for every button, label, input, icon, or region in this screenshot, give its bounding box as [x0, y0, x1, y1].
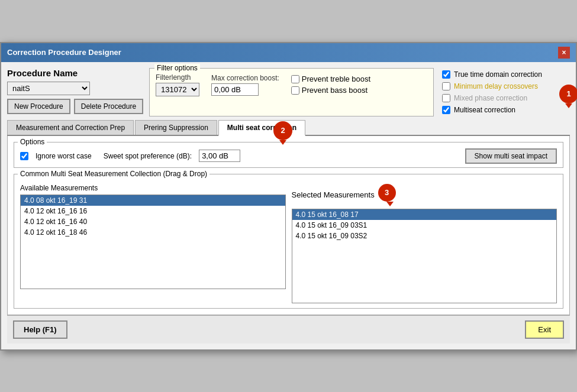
list-item[interactable]: 4.0 12 okt 16_18 46 [21, 227, 285, 238]
available-panel: Available Measurements 4.0 08 okt 16_19 … [20, 184, 286, 303]
minimum-delay-label: Minimum delay crossovers [454, 82, 538, 90]
procedure-buttons: New Procedure Delete Procedure [7, 99, 143, 114]
prevent-treble-checkbox[interactable] [291, 75, 299, 83]
ignore-worst-case-label: Ignore worst case [36, 152, 92, 160]
multiseat-label: Multiseat correction [454, 106, 515, 114]
options-row: Ignore worst case Sweet spot preference … [20, 148, 557, 164]
filter-row1: Filterlength 131072 Max correction boost… [156, 73, 427, 96]
true-time-domain-checkbox[interactable] [442, 70, 450, 79]
close-button[interactable]: × [558, 47, 570, 59]
tabs-container: Measurement and Correction Prep Prering … [7, 120, 570, 136]
title-bar: Correction Procedure Designer × [1, 43, 576, 62]
dialog-body: Procedure Name naitS New Procedure Delet… [1, 62, 576, 349]
help-button[interactable]: Help (F1) [13, 320, 67, 339]
annotation-3-tail [386, 202, 394, 206]
available-listbox[interactable]: 4.0 08 okt 16_19 31 4.0 12 okt 16_16 16 … [20, 195, 286, 289]
max-correction-input[interactable] [211, 83, 259, 96]
dialog-title: Correction Procedure Designer [7, 48, 121, 57]
prevent-bass-checkbox[interactable] [291, 86, 299, 95]
procedure-name-label: Procedure Name [7, 68, 143, 78]
multiseat-checkbox[interactable] [442, 106, 450, 114]
collection-legend: Common Multi Seat Measurement Collection… [18, 170, 209, 178]
tab-prering[interactable]: Prering Suppression [135, 120, 217, 135]
selected-panel: Selected Measurements 3 4.0 15 okt 16_08… [292, 184, 557, 303]
procedure-section: Procedure Name naitS New Procedure Delet… [7, 68, 143, 116]
minimum-delay-checkbox[interactable] [442, 82, 450, 90]
sweetspot-label: Sweet spot preference (dB): [104, 152, 192, 160]
available-label: Available Measurements [20, 184, 286, 192]
delete-procedure-button[interactable]: Delete Procedure [74, 99, 143, 114]
true-time-domain-label: True time domain correction [454, 70, 542, 79]
mixed-phase-container: Mixed phase correction 1 [442, 94, 568, 102]
procedure-dropdown-container: naitS [7, 82, 143, 95]
top-section: Procedure Name naitS New Procedure Delet… [7, 68, 570, 116]
minimum-delay-container: Minimum delay crossovers [442, 82, 568, 90]
filter-options-box: Filter options Filterlength 131072 Max c… [149, 68, 434, 116]
mixed-phase-label: Mixed phase correction [454, 94, 527, 102]
bottom-bar: Help (F1) Exit [7, 315, 570, 344]
annotation-3-wrapper: 3 [378, 184, 396, 206]
prevent-bass-label: Prevent bass boost [302, 86, 368, 95]
exit-button[interactable]: Exit [525, 320, 564, 339]
prevent-treble-check-container: Prevent treble boost [291, 74, 370, 83]
filterlength-label: Filterlength [156, 73, 199, 82]
list-item[interactable]: 4.0 15 okt 16_08 17 [292, 209, 557, 220]
list-item[interactable]: 4.0 12 okt 16_16 40 [21, 216, 285, 227]
filterlength-select[interactable]: 131072 [156, 83, 199, 96]
mixed-phase-checkbox[interactable] [442, 94, 450, 102]
right-checks: True time domain correction Minimum dela… [440, 68, 570, 116]
list-item[interactable]: 4.0 08 okt 16_19 31 [21, 195, 285, 206]
true-time-domain-container: True time domain correction [442, 70, 568, 79]
tab-measurement[interactable]: Measurement and Correction Prep [7, 120, 134, 135]
measurements-container: Available Measurements 4.0 08 okt 16_19 … [20, 184, 557, 303]
list-item[interactable]: 4.0 15 okt 16_09 03S2 [292, 231, 557, 241]
list-item[interactable]: 4.0 12 okt 16_16 16 [21, 206, 285, 216]
procedure-dropdown[interactable]: naitS [7, 82, 90, 95]
filter-options-legend: Filter options [154, 64, 200, 72]
new-procedure-button[interactable]: New Procedure [7, 99, 70, 114]
annotation-3: 3 [378, 184, 396, 202]
collection-group: Common Multi Seat Measurement Collection… [14, 174, 563, 309]
options-legend: Options [18, 138, 47, 146]
multiseat-container: Multiseat correction [442, 106, 568, 114]
dialog-window: Correction Procedure Designer × Procedur… [0, 42, 577, 351]
filterlength-col: Filterlength 131072 [156, 73, 199, 96]
prevent-bass-check-container: Prevent bass boost [291, 86, 370, 95]
sweetspot-input[interactable] [199, 150, 240, 162]
prevent-treble-label: Prevent treble boost [302, 74, 370, 83]
list-item[interactable]: 4.0 15 okt 16_09 03S1 [292, 220, 557, 231]
tab-content: Options Ignore worst case Sweet spot pre… [7, 136, 570, 315]
ignore-worst-case-checkbox[interactable] [20, 152, 28, 160]
max-correction-col: Max correction boost: [211, 74, 279, 96]
options-group: Options Ignore worst case Sweet spot pre… [14, 142, 563, 168]
tab-multiseat[interactable]: Multi seat correction [218, 120, 305, 136]
max-correction-label: Max correction boost: [211, 74, 279, 82]
filter-checks: Prevent treble boost Prevent bass boost [291, 74, 370, 95]
selected-listbox[interactable]: 4.0 15 okt 16_08 17 4.0 15 okt 16_09 03S… [292, 209, 557, 303]
selected-label: Selected Measurements 3 [292, 184, 557, 206]
show-impact-button[interactable]: Show multi seat impact [465, 148, 557, 164]
